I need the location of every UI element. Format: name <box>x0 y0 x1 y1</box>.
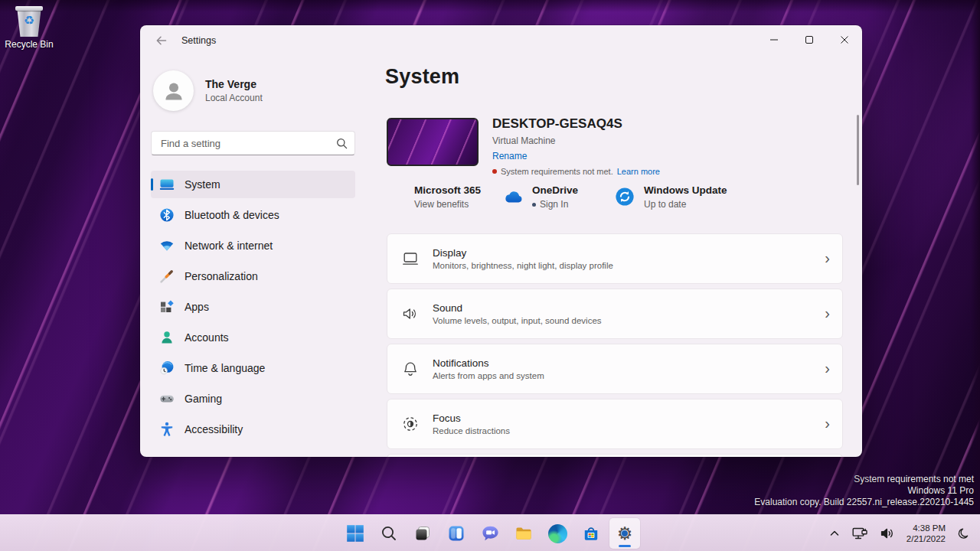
windows-start-icon <box>346 524 364 543</box>
back-button[interactable] <box>148 28 175 53</box>
recycle-bin-shortcut[interactable]: ♻ Recycle Bin <box>4 6 54 50</box>
card-notifications[interactable]: Notifications Alerts from apps and syste… <box>387 344 843 394</box>
chat-button[interactable] <box>475 518 505 549</box>
account-name: The Verge <box>205 78 263 90</box>
device-thumbnail <box>387 118 479 166</box>
chevron-right-icon: › <box>825 416 830 433</box>
search-icon <box>381 525 397 542</box>
file-explorer-button[interactable] <box>508 518 539 549</box>
sidebar-item-time-language[interactable]: Time & language <box>151 354 355 382</box>
widgets-button[interactable] <box>441 518 472 549</box>
onedrive-link[interactable]: OneDrive Sign In <box>503 184 615 210</box>
account-type: Local Account <box>205 93 263 103</box>
active-app-indicator <box>619 545 631 547</box>
account-card[interactable]: The Verge Local Account <box>153 70 263 111</box>
clock-tray-button[interactable]: 4:38 PM 2/21/2022 <box>904 520 948 546</box>
bell-icon <box>401 360 421 378</box>
tray-chevron-button[interactable] <box>827 526 842 541</box>
sound-icon <box>401 305 421 323</box>
recycle-bin-label: Recycle Bin <box>4 39 54 50</box>
speaker-icon <box>880 526 895 541</box>
volume-tray-button[interactable] <box>877 523 897 543</box>
sidebar-item-system[interactable]: System <box>151 171 355 198</box>
sidebar-item-network-internet[interactable]: Network & internet <box>151 232 355 259</box>
recycle-bin-icon: ♻ <box>17 6 41 37</box>
chevron-right-icon: › <box>825 360 830 378</box>
tray-time: 4:38 PM <box>906 523 946 533</box>
search-icon <box>336 138 348 149</box>
onedrive-icon <box>503 187 523 207</box>
store-icon <box>582 524 600 543</box>
apps-icon <box>159 299 175 315</box>
windows-update-link[interactable]: Windows Update Up to date <box>615 184 727 210</box>
titlebar: Settings <box>140 25 862 56</box>
requirements-warning: System requirements not met. Learn more <box>492 167 660 176</box>
rename-link[interactable]: Rename <box>492 151 527 161</box>
sidebar-item-gaming[interactable]: Gaming <box>151 385 355 412</box>
evaluation-watermark: System requirements not met Windows 11 P… <box>754 474 974 508</box>
minimize-button[interactable] <box>756 25 792 54</box>
person-icon <box>162 79 186 103</box>
do-not-disturb-button[interactable] <box>955 525 972 543</box>
widgets-icon <box>447 524 466 543</box>
search-button[interactable] <box>374 518 404 549</box>
sidebar-item-personalization[interactable]: Personalization <box>151 262 355 290</box>
search-box[interactable] <box>151 131 355 155</box>
device-header: DESKTOP-GESAQ4S Virtual Machine Rename S… <box>387 118 660 176</box>
sidebar-item-accounts[interactable]: Accounts <box>151 324 355 351</box>
network-tray-button[interactable] <box>849 523 871 543</box>
settings-button[interactable]: ⚙ <box>609 518 640 549</box>
settings-window: Settings The Verge Local Account <box>140 25 862 457</box>
microsoft-365-link[interactable]: Microsoft 365 View benefits <box>387 184 503 210</box>
page-title: System <box>385 65 459 89</box>
warning-text: System requirements not met. <box>501 167 613 176</box>
desktop: ♻ Recycle Bin System requirements not me… <box>0 0 980 551</box>
windows-update-icon <box>615 187 635 207</box>
start-button[interactable] <box>340 518 371 549</box>
card-focus[interactable]: Focus Reduce distractions › <box>387 399 843 449</box>
sidebar-item-accessibility[interactable]: Accessibility <box>151 416 355 443</box>
card-partial[interactable] <box>387 454 843 457</box>
avatar <box>153 70 194 111</box>
moon-icon <box>957 527 970 540</box>
sidebar-item-apps[interactable]: Apps <box>151 293 355 321</box>
watermark-line: System requirements not met <box>754 474 974 485</box>
brush-icon <box>159 269 175 284</box>
bluetooth-icon <box>159 207 175 223</box>
window-title: Settings <box>181 35 216 46</box>
focus-icon <box>401 415 421 433</box>
microsoft-365-icon <box>387 187 405 205</box>
wifi-icon <box>159 238 175 253</box>
store-button[interactable] <box>576 518 606 549</box>
settings-nav: System Bluetooth & devices Network & int… <box>151 171 355 446</box>
watermark-line: Evaluation copy. Build 22557.ni_release.… <box>754 497 974 508</box>
selected-indicator <box>151 178 153 191</box>
chevron-right-icon: › <box>825 305 830 323</box>
close-icon <box>840 35 849 44</box>
time-language-icon <box>159 360 175 376</box>
chevron-right-icon: › <box>825 250 830 268</box>
card-display[interactable]: Display Monitors, brightness, night ligh… <box>387 233 843 284</box>
maximize-button[interactable] <box>792 25 827 54</box>
learn-more-link[interactable]: Learn more <box>617 167 660 176</box>
quick-links-row: Microsoft 365 View benefits OneDrive Sig… <box>387 184 727 210</box>
card-sound[interactable]: Sound Volume levels, output, input, soun… <box>387 289 843 339</box>
search-input[interactable] <box>152 132 354 155</box>
device-name: DESKTOP-GESAQ4S <box>492 116 660 132</box>
recycle-symbol-icon: ♻ <box>17 15 41 27</box>
gear-icon: ⚙ <box>617 525 633 543</box>
ethernet-icon <box>851 526 868 541</box>
scrollbar[interactable] <box>857 115 859 185</box>
close-button[interactable] <box>827 25 862 54</box>
display-icon <box>401 249 421 268</box>
warning-dot-icon <box>492 169 497 174</box>
accessibility-icon <box>159 422 175 437</box>
task-view-button[interactable] <box>407 518 438 549</box>
settings-cards: Display Monitors, brightness, night ligh… <box>387 233 843 457</box>
sidebar-item-bluetooth-devices[interactable]: Bluetooth & devices <box>151 201 355 229</box>
edge-icon <box>548 524 567 543</box>
back-arrow-icon <box>155 34 168 47</box>
edge-button[interactable] <box>542 518 573 549</box>
signin-dot-icon <box>532 203 536 207</box>
chevron-up-icon <box>829 528 840 539</box>
